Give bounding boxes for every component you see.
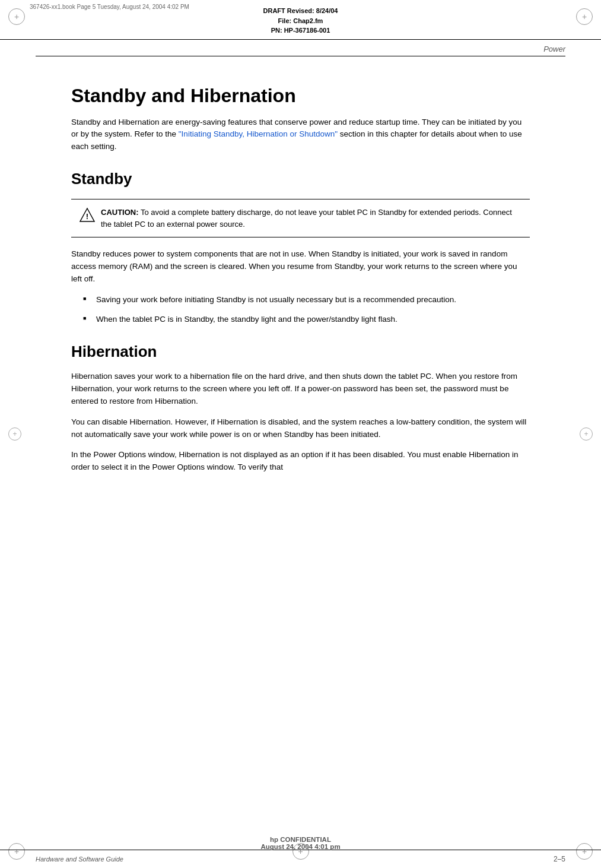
reg-mark-mid-left: [8, 427, 21, 441]
content-area: Standby and Hibernation Standby and Hibe…: [0, 56, 601, 530]
hibernation-body-1: Hibernation saves your work to a hiberna…: [71, 370, 530, 408]
draft-line3: PN: HP-367186-001: [12, 26, 589, 36]
draft-line2: File: Chap2.fm: [12, 16, 589, 26]
hibernation-body-3: In the Power Options window, Hibernation…: [71, 449, 530, 474]
draft-info: DRAFT Revised: 8/24/04 File: Chap2.fm PN…: [12, 6, 589, 36]
page-wrapper: DRAFT Revised: 8/24/04 File: Chap2.fm PN…: [0, 0, 601, 868]
footer-left: Hardware and Software Guide: [36, 856, 123, 863]
page-info-top: 367426-xx1.book Page 5 Tuesday, August 2…: [30, 4, 189, 10]
caution-box: ! CAUTION: To avoid a complete battery d…: [71, 199, 530, 237]
hibernation-title: Hibernation: [71, 343, 530, 361]
caution-text: CAUTION: To avoid a complete battery dis…: [101, 207, 521, 230]
page-header: DRAFT Revised: 8/24/04 File: Chap2.fm PN…: [0, 0, 601, 40]
standby-body: Standby reduces power to system componen…: [71, 248, 530, 286]
footer-confidential-line1: hp CONFIDENTIAL: [260, 836, 340, 843]
main-section-title: Standby and Hibernation: [71, 85, 530, 107]
bullet-item-1: Saving your work before initiating Stand…: [83, 294, 530, 306]
standby-bullet-list: Saving your work before initiating Stand…: [83, 294, 530, 326]
reg-mark-mid-right: [580, 427, 593, 441]
svg-text:!: !: [86, 212, 88, 221]
caution-icon: !: [80, 207, 95, 223]
footer-confidential-line2: August 24, 2004 4:01 pm: [260, 843, 340, 850]
hibernation-body-2: You can disable Hibernation. However, if…: [71, 416, 530, 441]
caution-body: To avoid a complete battery discharge, d…: [101, 208, 512, 229]
footer-center: hp CONFIDENTIAL August 24, 2004 4:01 pm: [260, 836, 340, 850]
caution-label: CAUTION:: [101, 208, 139, 217]
page-footer: Hardware and Software Guide 2–5: [0, 850, 601, 868]
intro-link[interactable]: "Initiating Standby, Hibernation or Shut…: [179, 129, 338, 138]
standby-title: Standby: [71, 170, 530, 188]
chapter-label: Power: [0, 40, 601, 56]
footer-page-number: 2–5: [554, 855, 565, 863]
intro-paragraph: Standby and Hibernation are energy-savin…: [71, 116, 530, 154]
bullet-item-2: When the tablet PC is in Standby, the st…: [83, 313, 530, 326]
